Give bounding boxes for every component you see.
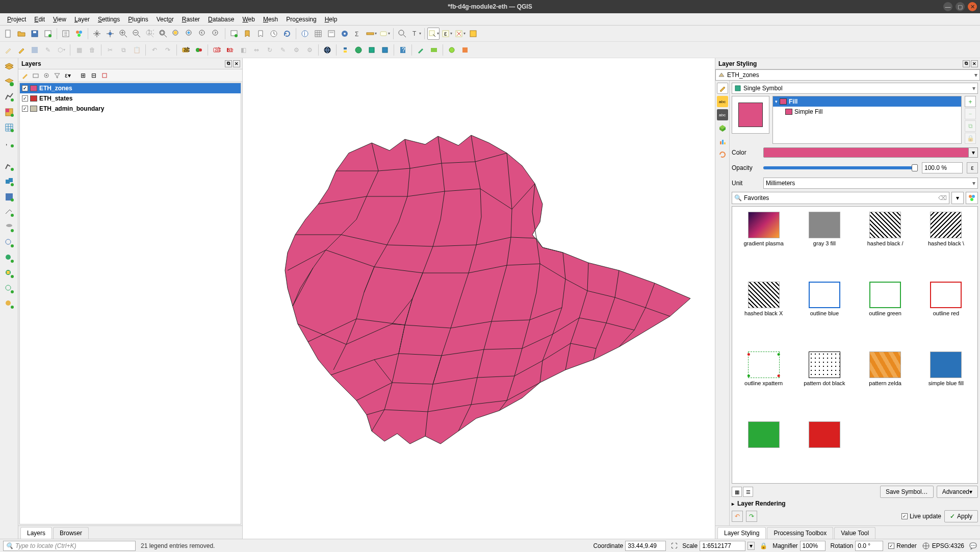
labels-tab-icon[interactable]: abc	[717, 96, 728, 107]
menu-raster[interactable]: Raster	[178, 15, 204, 24]
label-props2-icon[interactable]: ⚙	[303, 44, 316, 56]
add-postgis-icon[interactable]	[3, 160, 15, 172]
layer-checkbox[interactable]: ✓	[22, 106, 28, 112]
statistics-icon[interactable]: Σ	[352, 28, 364, 40]
add-arcgis-icon[interactable]	[3, 298, 15, 310]
tab-layer-styling[interactable]: Layer Styling	[717, 527, 766, 539]
data-defined-icon[interactable]: ε	[967, 162, 978, 173]
redo-style-icon[interactable]: ↷	[746, 511, 757, 522]
menu-settings[interactable]: Settings	[94, 15, 124, 24]
diagram-icon[interactable]	[193, 44, 205, 56]
window-maximize-button[interactable]: ▢	[956, 2, 965, 11]
scale-dropdown-icon[interactable]: ▾	[747, 542, 755, 550]
temporal-controller-icon[interactable]	[268, 28, 280, 40]
layer-checkbox[interactable]: ✓	[22, 95, 28, 102]
magnifier-field[interactable]: 100%	[800, 541, 826, 551]
tab-value-tool[interactable]: Value Tool	[834, 527, 875, 539]
add-wfs-icon[interactable]	[3, 283, 15, 295]
styling-layer-select[interactable]: ETH_zones	[715, 69, 980, 81]
panel-close-icon[interactable]: ✕	[233, 60, 240, 67]
rotation-field[interactable]: 0.0 °	[855, 541, 883, 551]
menu-view[interactable]: View	[49, 15, 70, 24]
zoom-last-icon[interactable]	[197, 28, 209, 40]
save-project-icon[interactable]	[29, 28, 41, 40]
clear-search-icon[interactable]: ⌫	[938, 194, 947, 202]
filter-legend-icon[interactable]	[53, 71, 62, 80]
remove-layer-icon[interactable]	[100, 71, 109, 80]
toolbox-icon[interactable]	[339, 28, 351, 40]
symbol-gallery[interactable]: gradient plasma gray 3 fill hashed black…	[732, 206, 978, 484]
current-edits-icon[interactable]	[2, 44, 14, 56]
select-icon[interactable]	[427, 28, 440, 40]
refresh-icon[interactable]	[281, 28, 293, 40]
field-calculator-icon[interactable]	[325, 28, 338, 40]
symbol-item[interactable]: pattern zelda	[856, 352, 915, 417]
delete-selected-icon[interactable]: 🗑	[86, 44, 98, 56]
duplicate-symbol-layer-icon[interactable]: ⧉	[965, 120, 976, 132]
add-virtual-icon[interactable]	[3, 221, 15, 234]
plugin4-icon[interactable]	[428, 44, 440, 56]
symbol-layer-fill[interactable]: ▾Fill	[773, 96, 961, 107]
pin-label-icon[interactable]: abc	[224, 44, 236, 56]
menu-mesh[interactable]: Mesh	[259, 15, 282, 24]
style-manager-icon[interactable]	[73, 28, 85, 40]
identify-icon[interactable]: i	[299, 28, 311, 40]
masks-tab-icon[interactable]: abc	[717, 109, 728, 120]
coordinate-field[interactable]: 33.44,9.49	[625, 541, 666, 551]
plugin3-icon[interactable]	[415, 44, 427, 56]
plugin1-icon[interactable]	[366, 44, 378, 56]
symbol-item[interactable]: outline blue	[795, 282, 854, 347]
plugin6-icon[interactable]	[459, 44, 471, 56]
add-feature-icon[interactable]: ✎	[42, 44, 54, 56]
diagrams-tab-icon[interactable]	[717, 136, 728, 147]
undo-style-icon[interactable]: ↶	[732, 511, 743, 522]
symbol-search[interactable]: 🔍 Favorites ⌫	[732, 192, 949, 204]
show-bookmarks-icon[interactable]	[254, 28, 267, 40]
symbology-tab-icon[interactable]	[717, 83, 728, 94]
menu-project[interactable]: Project	[3, 15, 30, 24]
layers-tree[interactable]: ✓ ETH_zones ✓ ETH_states ✓ ETH_admin_bou…	[19, 83, 241, 524]
zoom-layer-icon[interactable]	[184, 28, 196, 40]
symbol-item[interactable]: simple blue fill	[917, 352, 975, 417]
highlight-label-icon[interactable]: abc	[211, 44, 223, 56]
symbol-item[interactable]: ●●●●outline xpattern	[734, 352, 793, 417]
measure-icon[interactable]	[365, 28, 377, 40]
add-delimited-icon[interactable]: ,	[3, 137, 15, 149]
undo-icon[interactable]: ↶	[148, 44, 161, 56]
add-mssql-icon[interactable]	[3, 191, 15, 203]
python-console-icon[interactable]	[339, 44, 351, 56]
save-edits-icon[interactable]	[29, 44, 41, 56]
layer-rendering-expander[interactable]: ▸Layer Rendering	[732, 500, 978, 507]
symbol-item[interactable]: pattern dot black	[795, 352, 854, 417]
tab-layers[interactable]: Layers	[20, 527, 52, 539]
panel-undock-icon[interactable]: ⧉	[225, 60, 232, 67]
layer-style-icon[interactable]	[20, 71, 30, 80]
panel-undock-icon[interactable]: ⧉	[963, 60, 970, 67]
plugin5-icon[interactable]	[446, 44, 458, 56]
live-update-checkbox[interactable]: ✓Live update	[901, 513, 941, 520]
tab-browser[interactable]: Browser	[53, 527, 89, 539]
zoom-selection-icon[interactable]	[170, 28, 183, 40]
style-manager-icon[interactable]	[966, 192, 978, 204]
save-symbol-button[interactable]: Save Symbol…	[880, 486, 934, 498]
add-vector-icon[interactable]	[3, 91, 15, 103]
add-oracle-icon[interactable]	[3, 206, 15, 218]
pan-to-selection-icon[interactable]	[104, 28, 116, 40]
open-attribute-table-icon[interactable]	[312, 28, 324, 40]
scale-field[interactable]: 1:6512177	[700, 541, 745, 551]
window-close-button[interactable]: ✕	[968, 2, 977, 11]
symbol-item[interactable]	[795, 421, 854, 481]
help-icon[interactable]: ?	[397, 44, 409, 56]
layout-manager-icon[interactable]	[60, 28, 72, 40]
text-annotation-icon[interactable]: T	[409, 28, 422, 40]
menu-vector[interactable]: Vector	[152, 15, 178, 24]
annotation-icon[interactable]	[396, 28, 408, 40]
zoom-native-icon[interactable]: 1:1	[144, 28, 156, 40]
layer-row[interactable]: ✓ ETH_states	[20, 93, 241, 104]
new-map-view-icon[interactable]	[228, 28, 240, 40]
list-view-icon[interactable]: ☰	[743, 487, 753, 497]
symbol-item[interactable]: outline red	[917, 282, 975, 347]
apply-button[interactable]: ✓Apply	[944, 510, 978, 522]
menu-processing[interactable]: Processing	[282, 15, 320, 24]
move-label-icon[interactable]: ⇔	[250, 44, 263, 56]
